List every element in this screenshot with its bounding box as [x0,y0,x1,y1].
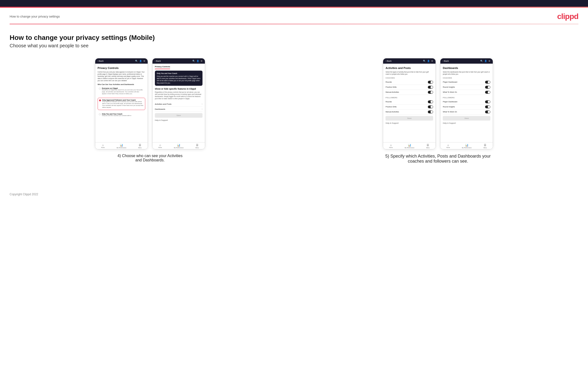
nav-menu-2[interactable]: ☰ Menu [196,144,199,149]
phone-3-save-btn[interactable]: Save [386,116,433,121]
search-icon-4: 🔍 [480,60,483,62]
nav-menu-3[interactable]: ☰ Menu [426,144,430,149]
nav-home-3[interactable]: ⌂ Home [389,144,393,149]
coaches-player-label: Player Dashboard [443,81,457,83]
option-approved-title: Only Approved Followers and Your Coach [102,99,144,101]
phone-3-section-title: Activities and Posts [386,67,433,69]
phone-2-tab: Privacy Controls [155,66,170,69]
phone-2-save-btn[interactable]: Save [155,113,202,118]
screenshots-row: ‹ Back 🔍 👤 ⚙ Privacy Controls Control ho… [10,58,578,164]
phone-2-tooltip: Only You and Your Coach Only you and the… [155,71,202,86]
home-icon-2: ⌂ [159,144,161,147]
home-icon-1: ⌂ [102,144,104,147]
header: How to change your privacy settings clip… [0,8,588,24]
option-only-you[interactable]: Only You and Your Coach Only you and the… [98,112,145,118]
phone-mockup-3: ‹ Back 🔍 👤 ⚙ Activities and Posts Select… [383,58,436,149]
main-content: How to change your privacy settings (Mob… [0,24,588,188]
phone-2-help: Help & Support [155,119,202,121]
phone-3-header: ‹ Back 🔍 👤 ⚙ [383,58,435,64]
menu-label-1: Menu [138,147,142,149]
coaches-rounds-toggle[interactable] [428,81,433,83]
followers-player-label: Player Dashboard [443,101,457,103]
nav-menu-1[interactable]: ☰ Menu [138,144,142,149]
phone-3-icons: 🔍 👤 ⚙ [423,60,433,62]
phone-2-header: ‹ Back 🔍 👤 ⚙ [153,58,205,64]
followers-label-3: FOLLOWERS [386,97,433,99]
phone-3-help: Help & Support [386,122,433,124]
profile-icon-4: 👤 [484,60,487,62]
phone-2-body: Privacy Controls Only You and Your Coach… [153,64,205,142]
phone-1-body: Privacy Controls Control how you and you… [95,64,148,142]
option-only-you-body: Only you and the coaches you connect wit… [102,115,131,117]
followers-manual-toggle[interactable] [428,110,433,113]
coaches-workOn-row: What To Work On [443,90,490,95]
nav-performance-4[interactable]: 📊 My Performance [462,144,472,149]
coaches-insights-toggle[interactable] [485,86,490,89]
phone-4-icons: 🔍 👤 ⚙ [480,60,490,62]
coaches-rounds-row: Rounds [386,80,433,85]
followers-insights-label: Round Insights [443,106,455,108]
followers-drills-toggle[interactable] [428,105,433,108]
nav-home-1[interactable]: ⌂ Home [101,144,105,149]
nav-home-4[interactable]: ⌂ Home [446,144,450,149]
menu-activities[interactable]: Activities and Posts › [155,102,202,107]
profile-icon-2: 👤 [197,60,199,62]
phone-mockup-2: ‹ Back 🔍 👤 ⚙ Privacy Controls Only You a… [152,58,205,149]
home-label-4: Home [446,147,450,148]
option-approved[interactable]: Only Approved Followers and Your Coach O… [98,98,145,110]
option-everyone[interactable]: Everyone on Clippd Everyone on Clippd ca… [98,86,145,96]
coaches-workOn-label: What To Work On [443,91,457,93]
home-label-2: Home [158,147,162,148]
tooltip-body: Only you and the coaches you connect wit… [157,75,200,84]
phone-4-save-btn[interactable]: Save [443,116,490,121]
settings-icon-3: ⚙ [431,60,433,62]
menu-activities-label: Activities and Posts [155,103,172,105]
menu-icon-3: ☰ [427,144,429,147]
performance-icon-4: 📊 [465,144,468,147]
nav-performance-1[interactable]: 📊 My Performance [117,144,126,149]
option-everyone-body: Everyone on Clippd can search for you an… [102,89,144,95]
search-icon: 🔍 [135,60,138,62]
coaches-manual-toggle[interactable] [428,91,433,94]
followers-workOn-label: What To Work On [443,111,457,113]
coaches-insights-row: Round Insights [443,85,490,90]
coaches-workOn-toggle[interactable] [485,91,490,94]
coaches-drills-toggle[interactable] [428,86,433,89]
top-bar [0,0,588,7]
screenshot-group-2: ‹ Back 🔍 👤 ⚙ Activities and Posts Select… [298,58,579,164]
coaches-manual-row: Manual Activities [386,90,433,95]
nav-menu-4[interactable]: ☰ Menu [484,144,487,149]
phone-2-icons: 🔍 👤 ⚙ [192,60,202,62]
phone-4-body-text: Select the dashboards that you'd like to… [443,71,490,75]
menu-dashboards[interactable]: Dashboards › [155,107,202,112]
phone-4-header: ‹ Back 🔍 👤 ⚙ [440,58,493,64]
followers-workOn-toggle[interactable] [485,110,490,113]
performance-icon-1: 📊 [120,144,123,147]
followers-player-toggle[interactable] [485,100,490,103]
radio-approved [99,100,101,101]
phone-2-bottom-nav: ⌂ Home 📊 My Performance ☰ Menu [153,142,205,149]
copyright: Copyright Clippd 2022 [10,193,38,196]
nav-performance-2[interactable]: 📊 My Performance [174,144,183,149]
followers-drills-label: Practice Drills [386,106,397,108]
coaches-player-toggle[interactable] [485,81,490,83]
search-icon-3: 🔍 [423,60,426,62]
profile-icon-3: 👤 [427,60,430,62]
search-icon-2: 🔍 [192,60,195,62]
phone-4-section-title: Dashboards [443,67,490,69]
phone-4-help: Help & Support [443,122,490,124]
performance-label-1: My Performance [117,147,126,149]
breadcrumb: How to change your privacy settings [10,15,60,18]
phone-3-body: Activities and Posts Select the types of… [383,64,435,142]
page-title: How to change your privacy settings (Mob… [10,34,578,42]
coaches-drills-row: Practice Drills [386,85,433,90]
phone-mockup-4: ‹ Back 🔍 👤 ⚙ Dashboards Select the dashb… [440,58,493,149]
followers-insights-toggle[interactable] [485,105,490,108]
menu-label-2: Menu [196,147,199,149]
screenshot-pair-1: ‹ Back 🔍 👤 ⚙ Privacy Controls Control ho… [10,58,291,149]
phone-1-bottom-nav: ⌂ Home 📊 My Performance ☰ Menu [95,142,148,149]
followers-rounds-toggle[interactable] [428,100,433,103]
nav-home-2[interactable]: ⌂ Home [158,144,162,149]
show-hide-title: Show or hide specific features in Clippd [155,88,202,90]
nav-performance-3[interactable]: 📊 My Performance [405,144,414,149]
